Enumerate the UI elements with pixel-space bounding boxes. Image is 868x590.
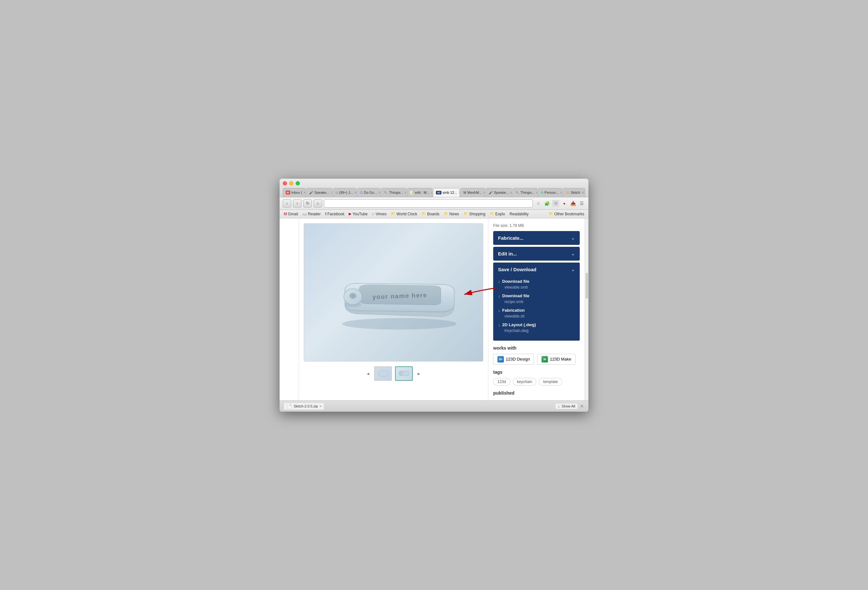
pocket-icon[interactable]: 📥 — [570, 200, 577, 207]
bookmark-facebook[interactable]: f Facebook — [324, 211, 345, 217]
save-download-chevron: ⌄ — [571, 266, 575, 272]
bookmark-gmail[interactable]: M Gmail — [283, 211, 299, 217]
tab-label: Speake... — [494, 191, 509, 194]
address-bar[interactable]: www.123dapp.com/smb-123D_Design/Keychain… — [324, 199, 533, 207]
bookmark-other[interactable]: 📁 Other Bookmarks — [548, 211, 585, 217]
minimize-button[interactable] — [289, 181, 294, 185]
tab-close-icon[interactable]: ✕ — [458, 191, 460, 194]
app-123d-make[interactable]: M 123D Make — [537, 354, 575, 365]
bookmarks-bar: M Gmail 📖 Reader f Facebook ▶ YouTube ▷ … — [280, 210, 588, 219]
bookmark-label: Boards — [427, 212, 440, 216]
svg-point-5 — [351, 294, 355, 297]
thumbnail-2[interactable] — [395, 366, 413, 381]
tab-close-icon[interactable]: ✕ — [582, 191, 584, 194]
thumb-next[interactable]: ▸ — [416, 369, 422, 378]
tab-speake2[interactable]: 🎤 Speake... ✕ — [486, 188, 512, 197]
menu-icon[interactable]: ☰ — [578, 200, 585, 207]
thumbnail-1[interactable] — [374, 366, 392, 381]
page-scrollbar[interactable] — [585, 219, 588, 400]
tab-person[interactable]: A Person... ✕ — [538, 188, 562, 197]
tab-label: (99+) J... — [339, 191, 353, 194]
nav-icons: ☆ 🧩 ⊡ ● 📥 ☰ — [535, 200, 585, 207]
bookmark-label: YouTube — [352, 212, 368, 216]
show-all-label: Show All — [562, 404, 575, 408]
layout-button[interactable]: ↓ 2D Layout (.dwg) — [498, 322, 575, 327]
tab-close-icon[interactable]: ✕ — [510, 191, 512, 194]
tab-thingiv1[interactable]: 🔧 Thingiv... ✕ — [381, 188, 406, 197]
bookmark-shopping[interactable]: 📁 Shopping — [463, 211, 486, 217]
tab-dogol[interactable]: G Do Go... ✕ — [357, 188, 380, 197]
dropdown-arrow-icon[interactable]: ▾ — [320, 405, 322, 408]
close-button[interactable] — [283, 181, 287, 185]
tag-template[interactable]: template — [539, 378, 562, 385]
edit-in-button[interactable]: Edit in... ⌄ — [493, 247, 580, 260]
tab-close-icon[interactable]: ✕ — [303, 191, 306, 194]
scrollbar-thumb[interactable] — [586, 273, 588, 299]
download-arrow-icon-2: ↓ — [498, 293, 500, 299]
tab-meshm[interactable]: M MeshM... ✕ — [461, 188, 485, 197]
extension-icon[interactable]: 🧩 — [543, 200, 551, 207]
lastpass-icon[interactable]: ● — [561, 200, 568, 207]
download-file-1-button[interactable]: ↓ Download file — [498, 279, 575, 284]
app-123d-make-icon: M — [542, 356, 548, 362]
bookmark-label: Vimeo — [376, 212, 387, 216]
home-button[interactable]: ⌂ — [314, 199, 322, 207]
close-download-bar-button[interactable]: ✕ — [579, 404, 585, 409]
tag-123d[interactable]: 123d — [493, 378, 510, 385]
edit-in-chevron: ⌄ — [571, 251, 575, 257]
bookmark-explo[interactable]: 📁 Explo — [489, 211, 506, 217]
tab-close-icon[interactable]: ✕ — [404, 191, 406, 194]
download-file-2-button[interactable]: ↓ Download file — [498, 293, 575, 299]
tab-inbox[interactable]: M Inbox ( ✕ — [283, 188, 306, 197]
forward-button[interactable]: › — [293, 199, 301, 207]
edit-in-label: Edit in... — [498, 251, 517, 256]
thumb-prev[interactable]: ◂ — [365, 369, 371, 378]
tags-title: tags — [493, 369, 580, 375]
download-indicator[interactable]: 📄 Skitch-2.0.5.zip ▾ — [283, 402, 324, 410]
profile-icon[interactable]: ⊡ — [552, 200, 559, 207]
layout-label: 2D Layout (.dwg) — [502, 322, 536, 327]
show-all-button[interactable]: ↓ Show All — [555, 403, 578, 409]
bookmark-news[interactable]: 📁 News — [443, 211, 460, 217]
bookmark-youtube[interactable]: ▶ YouTube — [348, 211, 368, 217]
tab-close-icon[interactable]: ✕ — [536, 191, 537, 194]
status-bar: 📄 Skitch-2.0.5.zip ▾ ↓ Show All ✕ — [280, 400, 588, 412]
tag-keychain[interactable]: keychain — [513, 378, 536, 385]
reload-button[interactable]: ↻ — [303, 199, 312, 207]
tabs-bar: M Inbox ( ✕ 🎤 Speake... ✕ □ (99+) J... ✕… — [283, 188, 585, 197]
tab-close-icon[interactable]: ✕ — [378, 191, 381, 194]
app-123d-design[interactable]: 3D 123D Design — [493, 354, 534, 365]
bookmark-worldclock[interactable]: 📁 World Clock — [390, 211, 418, 217]
tab-label: edit : M... — [415, 191, 430, 194]
works-with-items: 3D 123D Design M 123D Make — [493, 354, 580, 365]
bookmark-label: News — [449, 212, 459, 216]
tab-close-icon[interactable]: ✕ — [431, 191, 433, 194]
fabrication-label: Fabrication — [502, 308, 525, 313]
tab-thingiv2[interactable]: 🔧 Thingiv... ✕ — [512, 188, 537, 197]
tab-close-icon[interactable]: ✕ — [560, 191, 562, 194]
tab-skitch[interactable]: Sk Skitch ✕ — [563, 188, 585, 197]
tab-speake1[interactable]: 🎤 Speake... ✕ — [306, 188, 332, 197]
bookmark-label: Explo — [496, 212, 505, 216]
tab-close-icon[interactable]: ✕ — [483, 191, 485, 194]
tab-smb12[interactable]: 3D smb 12... ✕ — [433, 188, 460, 197]
save-download-button[interactable]: Save / Download ⌄ — [493, 263, 580, 277]
preview-area: your name here — [299, 219, 488, 400]
tab-label: Do Go... — [364, 191, 377, 194]
tab-label: Thingiv... — [389, 191, 403, 194]
maximize-button[interactable] — [296, 181, 300, 185]
tab-99[interactable]: □ (99+) J... ✕ — [333, 188, 356, 197]
back-button[interactable]: ‹ — [283, 199, 291, 207]
tab-edit[interactable]: 📝 edit : M... ✕ — [407, 188, 433, 197]
tab-close-icon[interactable]: ✕ — [354, 191, 356, 194]
tab-label: smb 12... — [443, 191, 457, 194]
fabrication-button[interactable]: ↓ Fabrication — [498, 308, 575, 313]
bookmark-boards[interactable]: 📁 Boards — [421, 211, 440, 217]
fabricate-button[interactable]: Fabricate... ⌄ — [493, 231, 580, 245]
bookmark-vimeo[interactable]: ▷ Vimeo — [371, 211, 388, 217]
tab-close-icon[interactable]: ✕ — [331, 191, 332, 194]
bookmark-label: Readability — [509, 212, 528, 216]
bookmark-reader[interactable]: 📖 Reader — [301, 211, 322, 217]
bookmark-readability[interactable]: Readability — [509, 211, 530, 217]
bookmark-star-icon[interactable]: ☆ — [535, 200, 542, 207]
